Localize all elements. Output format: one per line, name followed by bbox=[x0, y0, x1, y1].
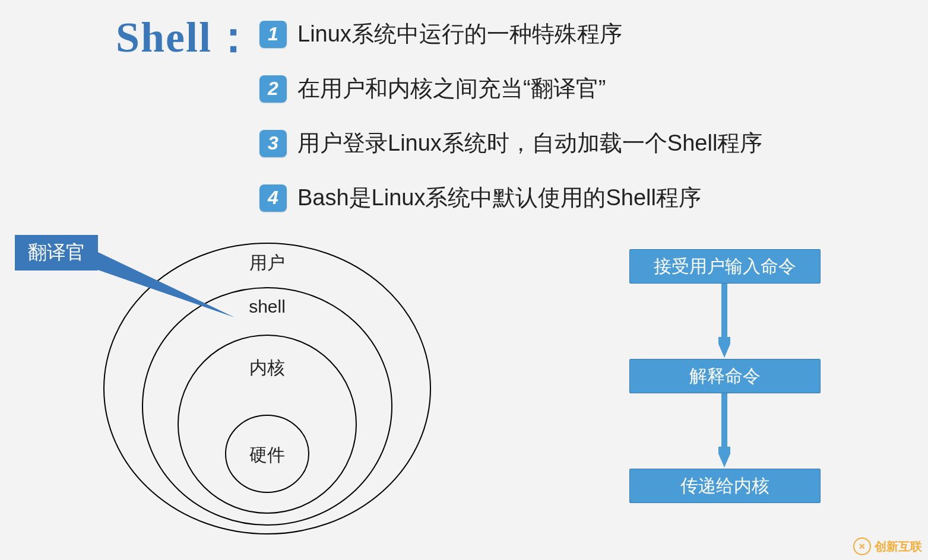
bullet-row-2: 2 在用户和内核之间充当“翻译官” bbox=[259, 74, 606, 104]
num-badge-4: 4 bbox=[259, 184, 287, 212]
arrow-down-icon-2 bbox=[718, 393, 730, 467]
bullet-text-1: Linux系统中运行的一种特殊程序 bbox=[297, 19, 622, 49]
layer-label-hardware: 硬件 bbox=[232, 443, 303, 467]
watermark-text: 创新互联 bbox=[875, 539, 922, 555]
callout-pointer-icon bbox=[98, 252, 235, 317]
num-badge-3: 3 bbox=[259, 130, 287, 157]
flow-step-2: 解释命令 bbox=[629, 359, 821, 393]
bullet-text-2: 在用户和内核之间充当“翻译官” bbox=[297, 74, 606, 104]
layer-label-user: 用户 bbox=[232, 251, 303, 275]
flow-step-3: 传递给内核 bbox=[629, 469, 821, 503]
bullet-text-4: Bash是Linux系统中默认使用的Shell程序 bbox=[297, 183, 701, 213]
bullet-row-3: 3 用户登录Linux系统时，自动加载一个Shell程序 bbox=[259, 128, 762, 158]
layer-label-kernel: 内核 bbox=[232, 356, 303, 380]
bullet-row-4: 4 Bash是Linux系统中默认使用的Shell程序 bbox=[259, 183, 701, 213]
title-text: Shell： bbox=[116, 14, 256, 61]
ellipse-svg bbox=[101, 234, 433, 537]
num-badge-2: 2 bbox=[259, 75, 287, 103]
flow-step-1: 接受用户输入命令 bbox=[629, 249, 821, 284]
bullet-text-3: 用户登录Linux系统时，自动加载一个Shell程序 bbox=[297, 128, 762, 158]
svg-marker-1 bbox=[718, 337, 730, 358]
svg-marker-3 bbox=[718, 447, 730, 467]
watermark-logo-icon: ✕ bbox=[853, 537, 871, 555]
concentric-diagram: 用户 shell 内核 硬件 bbox=[101, 234, 433, 537]
callout-box: 翻译官 bbox=[15, 235, 98, 271]
callout-text: 翻译官 bbox=[28, 240, 85, 266]
watermark: ✕ 创新互联 bbox=[853, 537, 922, 555]
flow-step-1-text: 接受用户输入命令 bbox=[654, 254, 796, 279]
page-title: Shell： bbox=[116, 9, 256, 66]
layer-label-shell: shell bbox=[232, 297, 303, 317]
flow-step-2-text: 解释命令 bbox=[689, 364, 761, 389]
num-badge-1: 1 bbox=[259, 21, 287, 48]
bullet-row-1: 1 Linux系统中运行的一种特殊程序 bbox=[259, 19, 622, 49]
arrow-down-icon-1 bbox=[718, 284, 730, 358]
flow-step-3-text: 传递给内核 bbox=[680, 474, 769, 498]
